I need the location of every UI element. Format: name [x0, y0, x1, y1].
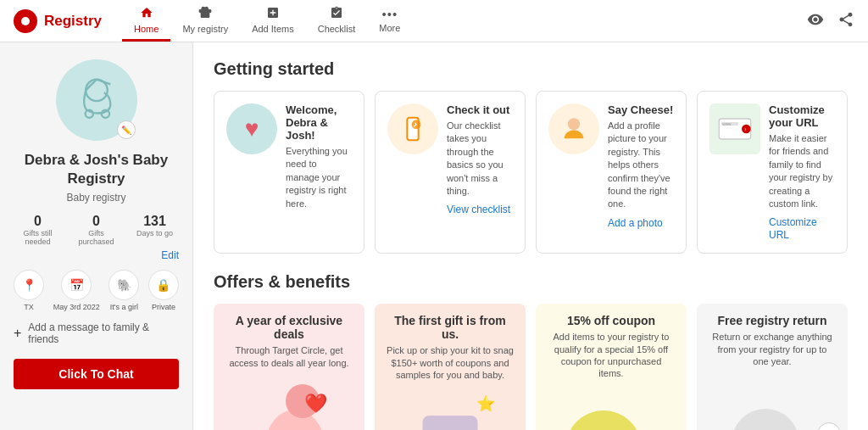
more-icon: •••	[381, 7, 398, 21]
tag-location[interactable]: 📍 TX	[14, 270, 44, 311]
view-checklist-link[interactable]: View checklist	[447, 204, 510, 215]
location-icon: 📍	[14, 270, 44, 300]
stat-gifts-purchased-label: Gifts purchased	[72, 229, 120, 246]
say-cheese-img	[548, 103, 599, 154]
tab-add-items[interactable]: Add Items	[240, 0, 306, 42]
first-gift-img: ⭐	[375, 386, 526, 430]
getting-started-title: Getting started	[214, 59, 848, 79]
registry-type: Baby registry	[66, 192, 125, 204]
tab-checklist[interactable]: Checklist	[306, 0, 368, 42]
coupon-header: 15% off coupon Add items to your registr…	[536, 304, 687, 384]
top-nav: Registry Home My registry Add Items	[0, 0, 868, 42]
svg-text:›: ›	[744, 126, 746, 132]
getting-started-section: Getting started ♥ Welcome, Debra & Josh!…	[214, 59, 848, 254]
first-gift-header: The first gift is from us. Pick up or sh…	[375, 304, 526, 386]
edit-pencil-button[interactable]: ✏️	[117, 120, 136, 139]
exclusive-deals-desc: Through Target Circle, get access to dea…	[225, 344, 353, 369]
stat-gifts-purchased-value: 0	[92, 214, 100, 229]
stat-gifts-needed-label: Gifts still needed	[14, 229, 62, 246]
svg-point-7	[568, 118, 580, 130]
tab-my-registry[interactable]: My registry	[170, 0, 240, 42]
customize-url-link[interactable]: Customize URL	[769, 216, 817, 241]
coupon-card: 15% off coupon Add items to your registr…	[536, 304, 687, 430]
nav-right-actions	[807, 11, 854, 31]
check-it-out-text: Our checklist takes you through the basi…	[447, 120, 513, 198]
registry-title: Debra & Josh's Baby Registry	[14, 151, 179, 188]
bullseye-icon	[14, 9, 37, 33]
add-icon	[266, 6, 280, 22]
stat-gifts-purchased: 0 Gifts purchased	[72, 214, 120, 246]
customize-url-img: www. ›	[709, 103, 760, 154]
welcome-card-img: ♥	[226, 103, 277, 154]
customize-url-content: Customize your URL Make it easier for fr…	[769, 103, 835, 241]
lock-icon: 🔒	[148, 270, 179, 300]
edit-link[interactable]: Edit	[161, 249, 179, 261]
return-title: Free registry return	[709, 314, 836, 327]
stats-row: 0 Gifts still needed 0 Gifts purchased 1…	[14, 214, 179, 246]
getting-started-cards: ♥ Welcome, Debra & Josh! Everything you …	[214, 91, 848, 254]
return-img: ↩ 📢 ›	[697, 372, 848, 430]
stat-days-to-go: 131 Days to go	[131, 214, 179, 246]
welcome-card-content: Welcome, Debra & Josh! Everything you ne…	[286, 103, 352, 241]
tab-more[interactable]: ••• More	[367, 0, 412, 42]
add-message-label: Add a message to family & friends	[28, 321, 179, 345]
coupon-title: 15% off coupon	[548, 314, 675, 327]
sidebar: ✏️ Debra & Josh's Baby Registry Baby reg…	[0, 42, 193, 430]
eye-icon[interactable]	[807, 11, 824, 31]
add-photo-link[interactable]: Add a photo	[608, 217, 663, 229]
welcome-card: ♥ Welcome, Debra & Josh! Everything you …	[214, 91, 364, 254]
nav-logo[interactable]: Registry	[14, 9, 102, 33]
add-message-row[interactable]: + Add a message to family & friends	[14, 321, 179, 345]
svg-line-2	[97, 80, 110, 85]
first-gift-desc: Pick up or ship your kit to snag $150+ w…	[387, 344, 514, 381]
say-cheese-text: Add a profile picture to your registry. …	[608, 120, 674, 211]
return-card: Free registry return Return or exchange …	[697, 304, 848, 430]
stat-gifts-needed-value: 0	[34, 214, 42, 229]
first-gift-title: The first gift is from us.	[387, 314, 514, 341]
first-gift-card: The first gift is from us. Pick up or sh…	[375, 304, 526, 430]
check-it-out-title: Check it out	[447, 103, 513, 116]
tag-date[interactable]: 📅 May 3rd 2022	[53, 270, 100, 311]
tab-more-label: More	[379, 23, 400, 33]
offers-section: Offers & benefits A year of exclusive de…	[214, 272, 848, 430]
gift-icon	[198, 6, 212, 22]
avatar: ✏️	[56, 59, 137, 141]
customize-url-card: www. › Customize your URL Make it easier…	[697, 91, 848, 254]
layout: ✏️ Debra & Josh's Baby Registry Baby reg…	[0, 42, 868, 430]
tab-home-label: Home	[134, 24, 159, 34]
stat-days-to-go-label: Days to go	[136, 229, 173, 237]
return-desc: Return or exchange anything from your re…	[709, 331, 836, 367]
exclusive-deals-img: ❤️	[214, 374, 364, 430]
offers-title: Offers & benefits	[214, 272, 848, 292]
offers-cards: A year of exclusive deals Through Target…	[214, 304, 848, 430]
say-cheese-content: Say Cheese! Add a profile picture to you…	[608, 103, 674, 241]
exclusive-deals-title: A year of exclusive deals	[225, 314, 353, 341]
welcome-card-title: Welcome, Debra & Josh!	[286, 103, 352, 142]
say-cheese-card: Say Cheese! Add a profile picture to you…	[536, 91, 687, 254]
tag-gender[interactable]: 🐘 It's a girl	[108, 270, 139, 311]
main-content: Getting started ♥ Welcome, Debra & Josh!…	[193, 42, 868, 430]
logo-text: Registry	[44, 13, 102, 30]
coupon-desc: Add items to your registry to qualify fo…	[548, 331, 675, 379]
share-icon[interactable]	[837, 11, 854, 31]
return-next-icon[interactable]: ›	[817, 422, 841, 430]
tab-home[interactable]: Home	[122, 0, 170, 42]
exclusive-deals-card: A year of exclusive deals Through Target…	[214, 304, 364, 430]
check-it-out-img	[387, 103, 438, 154]
home-icon	[140, 6, 153, 22]
welcome-card-text: Everything you need to manage your regis…	[286, 145, 352, 210]
stroller-icon	[72, 75, 121, 125]
say-cheese-title: Say Cheese!	[608, 103, 674, 116]
exclusive-deals-header: A year of exclusive deals Through Target…	[214, 304, 364, 374]
tab-my-registry-label: My registry	[182, 24, 228, 34]
return-header: Free registry return Return or exchange …	[697, 304, 848, 372]
check-it-out-content: Check it out Our checklist takes you thr…	[447, 103, 513, 241]
tag-privacy[interactable]: 🔒 Private	[148, 270, 179, 311]
tab-add-items-label: Add Items	[252, 24, 294, 34]
chat-button[interactable]: Click To Chat	[14, 359, 179, 389]
checklist-icon	[330, 6, 343, 22]
tags-row: 📍 TX 📅 May 3rd 2022 🐘 It's a girl 🔒 Priv…	[14, 270, 179, 311]
customize-url-title: Customize your URL	[769, 103, 835, 129]
stat-gifts-needed: 0 Gifts still needed	[14, 214, 62, 246]
svg-text:www.: www.	[722, 122, 732, 126]
